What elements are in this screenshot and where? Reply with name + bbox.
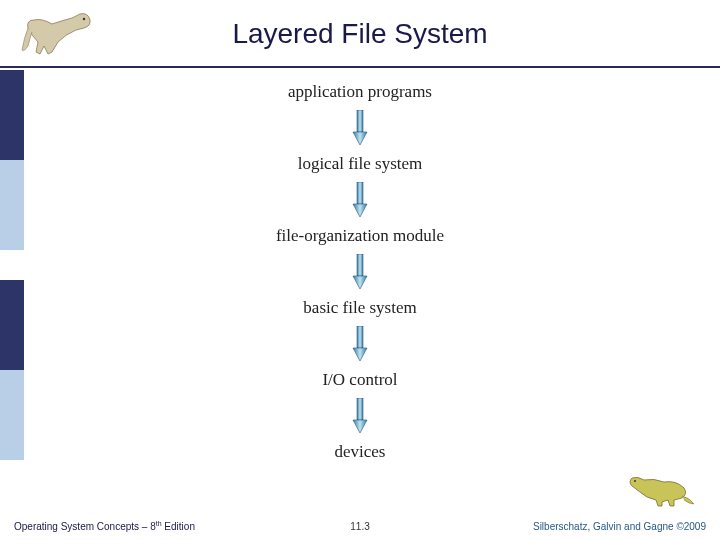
slide-number: 11.3	[350, 521, 369, 532]
layer-label: basic file system	[303, 296, 416, 320]
svg-rect-1	[357, 110, 363, 132]
slide-header: Layered File System	[0, 0, 720, 68]
svg-rect-4	[357, 326, 363, 348]
slide-title: Layered File System	[0, 0, 720, 50]
layered-diagram: application programs logical file system…	[0, 80, 720, 464]
down-arrow-icon	[351, 398, 369, 434]
svg-point-6	[634, 480, 636, 482]
footer-copyright: Silberschatz, Galvin and Gagne ©2009	[533, 521, 706, 532]
svg-point-0	[83, 18, 85, 20]
svg-rect-3	[357, 254, 363, 276]
down-arrow-icon	[351, 110, 369, 146]
down-arrow-icon	[351, 254, 369, 290]
footer-edition-suffix: Edition	[162, 521, 195, 532]
svg-rect-2	[357, 182, 363, 204]
dinosaur-icon	[626, 468, 696, 510]
svg-rect-5	[357, 398, 363, 420]
layer-label: I/O control	[322, 368, 397, 392]
layer-label: logical file system	[298, 152, 423, 176]
dinosaur-icon	[18, 6, 98, 62]
footer-edition-prefix: Operating System Concepts – 8	[14, 521, 156, 532]
down-arrow-icon	[351, 182, 369, 218]
footer-edition: Operating System Concepts – 8th Edition	[14, 520, 195, 532]
down-arrow-icon	[351, 326, 369, 362]
layer-label: file-organization module	[276, 224, 444, 248]
layer-label: devices	[335, 440, 386, 464]
layer-label: application programs	[288, 80, 432, 104]
slide-footer: Operating System Concepts – 8th Edition …	[0, 512, 720, 540]
